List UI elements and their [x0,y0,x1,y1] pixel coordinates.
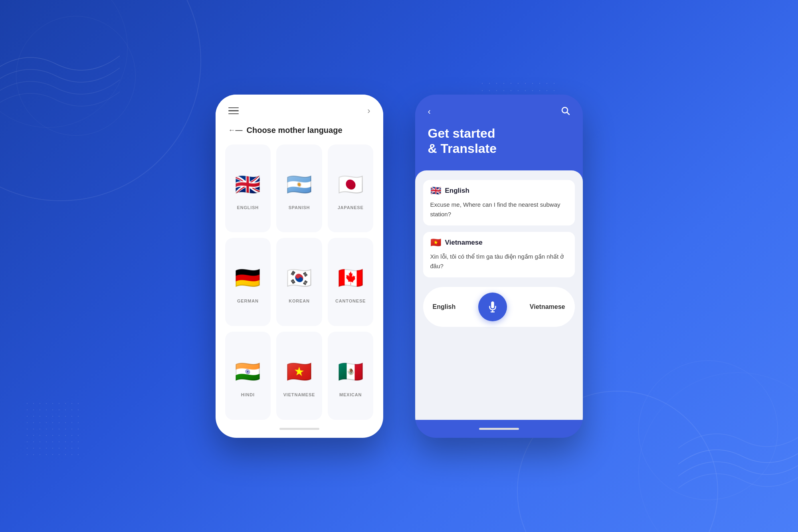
phone2-header: ‹ [415,95,583,126]
back-icon[interactable]: ‹ [428,107,431,117]
page-title: ←— Choose mother language [216,123,383,144]
lang-label-english: ENGLISH [237,205,259,210]
lang-label-cantonese: CANTONESE [335,299,366,303]
flag-german: 🇩🇪 [232,262,264,294]
phone-translator: ‹ Get started & Translate 🇬🇧 English [415,95,583,438]
lang-card-vietnamese[interactable]: 🇻🇳VIETNAMESE [276,332,322,420]
home-indicator [279,428,319,430]
source-lang-button[interactable]: English [433,303,456,310]
lang-card-english[interactable]: 🇬🇧ENGLISH [225,144,271,233]
flag-vietnamese: 🇻🇳 [283,356,315,388]
lang-label-vietnamese: VIETNAMESE [283,392,315,397]
search-icon[interactable] [560,106,570,118]
flag-english: 🇬🇧 [232,168,264,200]
flag-korean: 🇰🇷 [283,262,315,294]
lang-card-german[interactable]: 🇩🇪GERMAN [225,238,271,326]
phone1-bottom [216,420,383,438]
mic-button[interactable] [478,293,507,321]
source-flag: 🇬🇧 [430,186,441,195]
lang-card-spanish[interactable]: 🇦🇷SPANISH [276,144,322,233]
source-lang-card: 🇬🇧 English Excuse me, Where can I find t… [423,180,575,225]
lang-card-japanese[interactable]: 🇯🇵JAPANESE [328,144,374,233]
target-lang-button[interactable]: Vietnamese [530,303,565,310]
translate-body: 🇬🇧 English Excuse me, Where can I find t… [415,170,583,419]
lang-card-mexican[interactable]: 🇲🇽MEXICAN [328,332,374,420]
lang-label-mexican: MEXICAN [339,392,362,397]
language-grid: 🇬🇧ENGLISH🇦🇷SPANISH🇯🇵JAPANESE🇩🇪GERMAN🇰🇷KO… [216,144,383,420]
target-flag: 🇻🇳 [430,238,441,247]
lang-card-hindi[interactable]: 🇮🇳HINDI [225,332,271,420]
lang-label-japanese: JAPANESE [338,205,364,210]
chevron-right-icon[interactable]: › [367,106,370,116]
flag-spanish: 🇦🇷 [283,168,315,200]
source-text: Excuse me, Where can I find the nearest … [430,200,568,219]
lang-card-cantonese[interactable]: 🇨🇦CANTONESE [328,238,374,326]
phone2-bottom [415,420,583,438]
back-arrow-icon: ←— [228,126,243,134]
svg-line-1 [567,112,569,115]
flag-mexican: 🇲🇽 [335,356,366,388]
flag-hindi: 🇮🇳 [232,356,264,388]
flag-cantonese: 🇨🇦 [335,262,366,294]
source-lang-header: 🇬🇧 English [430,186,568,195]
source-lang-name: English [445,187,469,195]
lang-card-korean[interactable]: 🇰🇷KOREAN [276,238,322,326]
home-indicator-2 [479,428,519,430]
target-lang-card: 🇻🇳 Vietnamese Xin lỗi, tôi có thể tìm ga… [423,232,575,277]
target-lang-header: 🇻🇳 Vietnamese [430,238,568,247]
lang-label-german: GERMAN [237,299,259,303]
lang-label-spanish: SPANISH [289,205,310,210]
lang-label-korean: KOREAN [289,299,309,303]
app-container: › ←— Choose mother language 🇬🇧ENGLISH🇦🇷S… [216,95,583,438]
menu-icon[interactable] [228,107,239,115]
phone1-header: › [216,95,383,123]
phone-language-chooser: › ←— Choose mother language 🇬🇧ENGLISH🇦🇷S… [216,95,383,438]
lang-label-hindi: HINDI [241,392,255,397]
target-lang-name: Vietnamese [445,239,483,247]
flag-japanese: 🇯🇵 [335,168,366,200]
target-text: Xin lỗi, tôi có thể tìm ga tàu điện ngầm… [430,252,568,271]
bottom-controls: English Vietnamese [423,287,575,327]
translator-title: Get started & Translate [415,126,583,171]
